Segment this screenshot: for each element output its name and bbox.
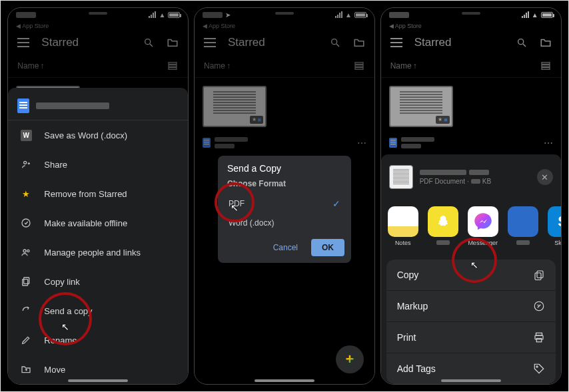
phone-screen-2: ➤ ▲ ◀App Store Starred Name bbox=[194, 7, 375, 385]
share-app-notes[interactable]: Notes bbox=[388, 206, 418, 246]
phone-screen-3: ▲ ◀App Store Starred Name↑ bbox=[380, 7, 562, 385]
page-title: Starred bbox=[41, 36, 79, 49]
share-sheet: PDF Document · KB ✕ Notes Messenger bbox=[381, 154, 561, 384]
share-file-name bbox=[420, 170, 466, 175]
share-icon bbox=[20, 158, 32, 170]
print-icon bbox=[533, 331, 545, 343]
svg-point-7 bbox=[23, 250, 26, 252]
wifi-icon: ▲ bbox=[345, 11, 352, 19]
sort-row[interactable]: Name↑ bbox=[195, 55, 374, 78]
snapchat-icon bbox=[428, 206, 458, 237]
share-app-skype[interactable]: S Skype bbox=[548, 206, 561, 246]
offline-icon bbox=[20, 217, 32, 229]
phone-notch bbox=[441, 8, 501, 19]
app-header: Starred bbox=[8, 31, 188, 55]
app-icon bbox=[508, 206, 538, 237]
wifi-icon: ▲ bbox=[159, 11, 165, 19]
svg-rect-22 bbox=[535, 273, 541, 280]
svg-rect-4 bbox=[169, 68, 177, 70]
rename-icon bbox=[20, 334, 32, 346]
menu-send-copy[interactable]: Send a copy bbox=[8, 296, 188, 325]
menu-share[interactable]: Share bbox=[8, 150, 188, 179]
file-more-icon[interactable]: ⋯ bbox=[357, 138, 366, 148]
app-header: Starred bbox=[195, 31, 374, 55]
star-icon: ★ bbox=[20, 188, 32, 200]
action-copy[interactable]: Copy bbox=[386, 260, 556, 291]
cancel-button[interactable]: Cancel bbox=[267, 239, 304, 256]
file-row[interactable]: ⋯ bbox=[195, 135, 374, 148]
time-label bbox=[203, 12, 223, 18]
menu-rename[interactable]: Rename bbox=[8, 325, 188, 355]
share-doc-icon bbox=[389, 165, 413, 189]
svg-point-0 bbox=[145, 39, 151, 45]
share-apps-row[interactable]: Notes Messenger S Skype bbox=[381, 194, 561, 256]
share-header: PDF Document · KB ✕ bbox=[381, 160, 561, 194]
svg-rect-2 bbox=[169, 63, 177, 65]
menu-copy-link[interactable]: Copy link bbox=[8, 267, 188, 296]
word-icon: W bbox=[20, 129, 32, 141]
file-meta-label bbox=[215, 144, 235, 148]
skype-icon: S bbox=[548, 206, 561, 237]
ok-button[interactable]: OK bbox=[311, 239, 344, 256]
folder-icon[interactable] bbox=[167, 37, 179, 49]
modal-title: Send a Copy bbox=[218, 156, 351, 176]
markup-icon bbox=[533, 300, 545, 312]
move-icon bbox=[20, 363, 32, 375]
svg-line-1 bbox=[150, 44, 153, 47]
menu-icon[interactable] bbox=[17, 37, 29, 49]
view-toggle-icon[interactable] bbox=[167, 60, 179, 72]
svg-line-12 bbox=[336, 44, 339, 47]
sort-label: Name↑ bbox=[17, 61, 44, 71]
share-actions-list: Copy Markup Print Add Tags bbox=[386, 260, 556, 384]
phone-screen-1: ▲ ◀App Store Starred Name↑ bbox=[7, 7, 189, 385]
search-icon[interactable] bbox=[329, 37, 341, 49]
svg-point-5 bbox=[24, 161, 27, 164]
file-name-label bbox=[36, 102, 109, 109]
back-to-appstore[interactable]: ◀App Store bbox=[8, 21, 188, 31]
close-icon[interactable]: ✕ bbox=[537, 169, 553, 185]
svg-rect-3 bbox=[169, 65, 177, 67]
svg-rect-9 bbox=[24, 278, 29, 284]
menu-save-word[interactable]: W Save as Word (.docx) bbox=[8, 120, 188, 150]
menu-manage-people[interactable]: Manage people and links bbox=[8, 238, 188, 267]
menu-offline[interactable]: Make available offline bbox=[8, 208, 188, 238]
view-toggle-icon[interactable] bbox=[353, 60, 365, 72]
share-app-snapchat[interactable] bbox=[428, 206, 458, 246]
svg-rect-13 bbox=[355, 63, 363, 65]
share-app-unknown[interactable] bbox=[508, 206, 538, 246]
page-title: Starred bbox=[228, 36, 265, 49]
home-indicator bbox=[441, 379, 501, 382]
menu-remove-starred[interactable]: ★ Remove from Starred bbox=[8, 179, 188, 208]
svg-rect-26 bbox=[536, 339, 542, 342]
copy-icon bbox=[533, 269, 545, 281]
svg-rect-10 bbox=[23, 280, 28, 286]
folder-icon[interactable] bbox=[353, 37, 365, 49]
share-app-messenger[interactable]: Messenger bbox=[468, 206, 498, 246]
back-to-appstore[interactable]: ◀App Store bbox=[195, 21, 374, 31]
tag-icon bbox=[533, 363, 545, 375]
modal-option-pdf[interactable]: PDF ✓ bbox=[218, 194, 351, 214]
menu-file-header bbox=[8, 92, 188, 120]
svg-rect-21 bbox=[537, 271, 543, 278]
svg-point-11 bbox=[332, 39, 337, 45]
signal-icon bbox=[335, 11, 342, 18]
file-name-label bbox=[215, 137, 248, 142]
svg-point-27 bbox=[536, 366, 538, 367]
svg-point-8 bbox=[27, 250, 29, 252]
sort-row[interactable]: Name↑ bbox=[8, 55, 188, 78]
document-thumbnail[interactable]: ★■ bbox=[203, 86, 267, 127]
modal-option-word[interactable]: Word (.docx) bbox=[218, 214, 351, 232]
action-print[interactable]: Print bbox=[386, 322, 556, 353]
context-menu-sheet: W Save as Word (.docx) Share ★ Remove fr… bbox=[8, 88, 188, 384]
sendcopy-icon bbox=[20, 305, 32, 317]
svg-rect-14 bbox=[355, 65, 363, 67]
messenger-icon bbox=[468, 206, 498, 237]
search-icon[interactable] bbox=[143, 37, 155, 49]
action-markup[interactable]: Markup bbox=[386, 291, 556, 322]
copylink-icon bbox=[20, 276, 32, 288]
svg-rect-15 bbox=[355, 68, 363, 70]
doc-file-icon bbox=[17, 98, 29, 113]
send-copy-modal: Send a Copy Choose Format PDF ✓ Word (.d… bbox=[218, 156, 351, 263]
add-button[interactable]: + bbox=[336, 345, 364, 373]
menu-icon[interactable] bbox=[204, 37, 216, 49]
